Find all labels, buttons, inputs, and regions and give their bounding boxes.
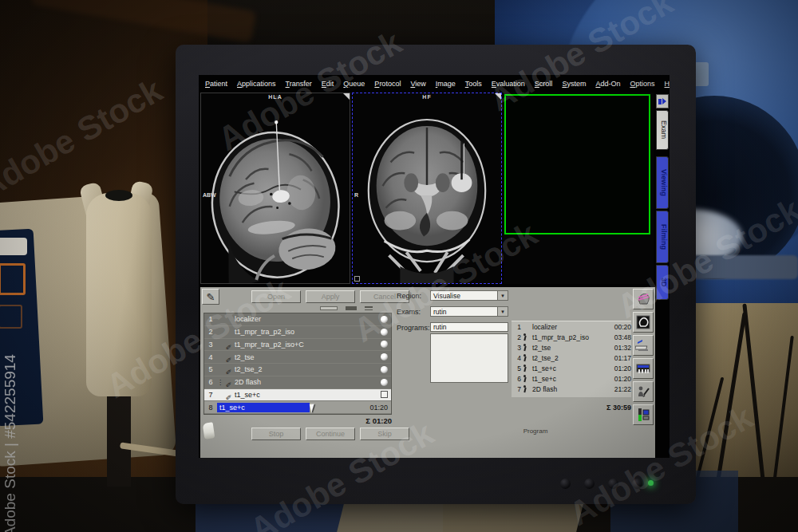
protocol-row[interactable]: 2 t1_mpr_tra_p2_iso	[204, 326, 391, 339]
program-name: t1_mpr_tra_p2_iso	[527, 333, 607, 341]
program-time: 01:17	[607, 354, 631, 362]
menu-scroll[interactable]: Scroll	[535, 80, 553, 93]
protocol-name-input[interactable]: t1_se+c	[217, 403, 310, 412]
program-row[interactable]: 6 t1_se+c 01:20	[512, 373, 631, 384]
monitor-button[interactable]	[560, 479, 571, 489]
table-gauge-icon[interactable]	[633, 404, 654, 425]
protocol-row[interactable]: 6 ⋮✎ 2D flash	[204, 376, 391, 389]
menu-transfer[interactable]: Transfer	[286, 80, 312, 93]
pencil-icon: ✎	[225, 376, 233, 388]
coil-connector-icon[interactable]	[633, 358, 654, 379]
patient-table-glyph	[635, 337, 651, 353]
tab-exam[interactable]: Exam	[656, 110, 669, 150]
monitor-button[interactable]	[632, 479, 642, 489]
exams-dropdown[interactable]: rutin ▼	[430, 306, 508, 317]
menu-addon[interactable]: Add-On	[595, 80, 620, 93]
program-time: 00:20	[607, 323, 631, 331]
skip-button[interactable]: Skip	[360, 428, 409, 440]
visibility-icon[interactable]	[381, 379, 388, 386]
programs-value-box[interactable]: rutin	[430, 322, 508, 332]
patient-flag-icon	[522, 365, 527, 372]
region-value: Visualise	[433, 292, 460, 300]
chevron-down-icon[interactable]: ▼	[497, 291, 508, 300]
continue-button[interactable]: Continue	[306, 428, 355, 440]
program-name: localizer	[527, 323, 607, 331]
program-row[interactable]: 1 localizer 00:20	[512, 321, 631, 332]
menu-applications[interactable]: Applications	[237, 80, 276, 93]
queue-total-time: Σ 01:20	[320, 416, 392, 425]
visibility-icon[interactable]	[381, 366, 388, 373]
visibility-icon[interactable]	[381, 329, 388, 336]
program-name: 2D flash	[527, 385, 607, 393]
menu-protocol[interactable]: Protocol	[374, 80, 401, 93]
protocol-row[interactable]: 5 ✎ t2_tse_2	[204, 364, 391, 376]
viewport-coronal[interactable]: HF R	[352, 93, 502, 284]
program-time: 01:32	[607, 344, 631, 352]
sagittal-brain-image	[201, 100, 350, 284]
menu-help[interactable]: Help	[664, 80, 670, 93]
side-device-screen-frame	[0, 263, 26, 295]
protocol-row-editing[interactable]: 8 t1_se+c 01:20	[204, 401, 391, 414]
program-time: 03:48	[607, 333, 631, 341]
visibility-icon[interactable]	[381, 341, 388, 348]
side-device-screen-card	[0, 238, 27, 255]
program-name: t2_tse	[527, 344, 607, 352]
scout-view-icon[interactable]	[633, 312, 654, 333]
viewport-empty[interactable]	[504, 93, 654, 284]
mri-control-room-photo: Patient Applications Transfer Edit Queue…	[0, 0, 798, 532]
protocol-row[interactable]: 3 ✎ t1_mpr_tra_p2_iso+C	[204, 339, 391, 352]
menu-patient[interactable]: Patient	[205, 80, 227, 93]
patient-register-icon[interactable]	[633, 381, 654, 402]
viewport-nav-icon[interactable]	[656, 94, 669, 108]
menu-options[interactable]: Options	[630, 80, 654, 93]
protocol-row-current[interactable]: 7 ✎ t1_se+c	[204, 389, 391, 402]
scout-view-glyph	[635, 314, 651, 330]
open-button[interactable]: Open	[251, 290, 301, 303]
menu-system[interactable]: System	[562, 80, 586, 93]
programs-list-box[interactable]	[430, 333, 508, 383]
program-row[interactable]: 2 t1_mpr_tra_p2_iso 03:48	[512, 332, 631, 342]
viewport-sagittal[interactable]: HLA ABW	[200, 93, 350, 284]
program-step-list[interactable]: 1 localizer 00:20 2 t1_mpr_tra_p2_iso 03…	[512, 321, 631, 397]
program-row[interactable]: 7 2D flash 21:22	[512, 384, 631, 394]
edit-protocol-button[interactable]: ✎	[202, 289, 219, 305]
monitor-button[interactable]	[608, 479, 618, 489]
protocol-name: 2D flash	[235, 378, 381, 386]
program-row[interactable]: 4 t2_tse_2 01:17	[512, 353, 631, 363]
visibility-icon[interactable]	[381, 316, 388, 323]
program-row[interactable]: 5 t1_se+c 01:20	[512, 363, 631, 373]
menu-evaluation[interactable]: Evaluation	[492, 80, 525, 93]
chevron-down-icon[interactable]: ▼	[497, 307, 508, 316]
program-name: t2_tse_2	[527, 354, 607, 362]
protocol-queue-list[interactable]: 1 localizer 2 t1_mpr_tra_p2_iso 3 ✎ t1_m…	[203, 313, 392, 415]
image-viewports: HLA ABW	[200, 93, 655, 284]
row-number: 4	[512, 354, 521, 362]
visibility-icon[interactable]	[381, 353, 388, 361]
apply-button[interactable]: Apply	[306, 290, 355, 303]
head-position-glyph	[635, 291, 651, 307]
graphic-segment-frame	[504, 94, 650, 234]
tab-filming[interactable]: Filming	[656, 211, 669, 263]
protocol-name: t2_tse	[235, 353, 381, 361]
menu-queue[interactable]: Queue	[343, 80, 365, 93]
monitor-button[interactable]	[584, 479, 595, 489]
row-number: 3	[204, 341, 217, 349]
checkbox[interactable]	[381, 391, 388, 398]
row-number: 7	[204, 391, 217, 399]
menu-image[interactable]: Image	[436, 80, 456, 93]
menu-tools[interactable]: Tools	[465, 80, 482, 93]
list-icon	[365, 306, 373, 310]
tab-3d[interactable]: 3D	[656, 265, 669, 300]
menu-view[interactable]: View	[410, 80, 425, 93]
region-dropdown[interactable]: Visualise ▼	[430, 290, 508, 301]
protocol-row[interactable]: 4 ✎ t2_tse	[204, 351, 391, 364]
patient-table-icon[interactable]	[633, 335, 654, 356]
stop-button[interactable]: Stop	[251, 428, 301, 440]
head-position-icon[interactable]	[633, 289, 654, 309]
protocol-name: t1_mpr_tra_p2_iso+C	[235, 341, 381, 349]
program-row[interactable]: 3 t2_tse 01:32	[512, 342, 631, 353]
pencil-icon: ✎	[225, 351, 233, 362]
menu-edit[interactable]: Edit	[322, 80, 334, 93]
protocol-row[interactable]: 1 localizer	[204, 313, 391, 326]
tab-viewing[interactable]: Viewing	[656, 156, 669, 209]
